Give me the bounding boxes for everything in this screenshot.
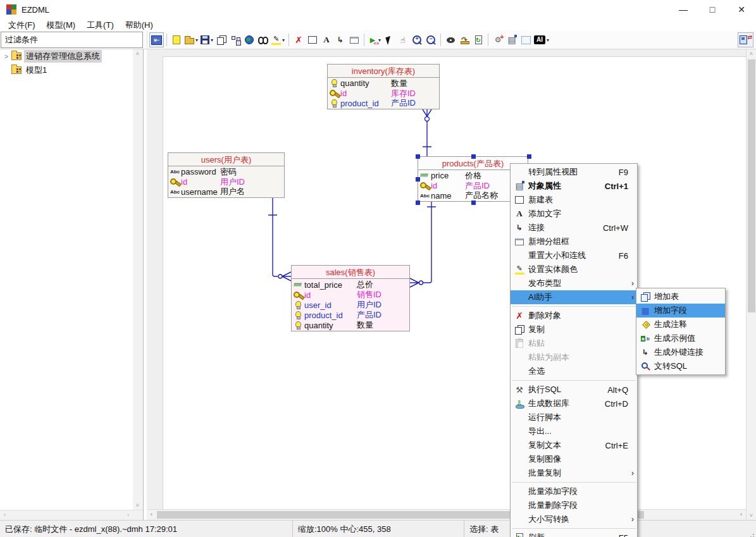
set-color-button[interactable]: ▾	[270, 32, 286, 47]
scrollbar-thumb[interactable]	[748, 59, 755, 312]
close-button[interactable]: ✕	[727, 0, 756, 19]
copy-model-button[interactable]	[214, 32, 228, 47]
entity-title[interactable]: sales(销售表)	[292, 266, 409, 279]
context-menu-item-generate-database[interactable]: 生成数据库Ctrl+D	[511, 397, 637, 410]
entity-field-row[interactable]: username用户名	[168, 187, 284, 197]
export-button[interactable]	[457, 32, 471, 47]
tree-horizontal-scrollbar[interactable]: ‹ ›	[0, 510, 143, 520]
context-menu-item-copy-image[interactable]: 复制图像	[511, 452, 637, 466]
run-sql-button[interactable]: ▾	[367, 32, 382, 47]
context-menu-item-connect[interactable]: 连接Ctrl+W	[511, 221, 637, 235]
add-field-button[interactable]	[491, 32, 505, 47]
selection-handle[interactable]	[471, 154, 476, 159]
model-tree-button[interactable]	[228, 32, 242, 47]
ai-submenu-item-gen-fk-connections[interactable]: 生成外键连接	[636, 345, 725, 359]
context-menu-item-delete-object[interactable]: 删除对象	[511, 309, 637, 323]
minimize-button[interactable]: —	[669, 0, 698, 19]
scroll-up-icon[interactable]: ˄	[133, 49, 142, 58]
select-cursor-button[interactable]	[382, 32, 396, 47]
tree-item-1[interactable]: 模型1	[0, 63, 143, 77]
context-menu-item-run-script[interactable]: 运行脚本	[511, 410, 637, 424]
find-button[interactable]	[256, 32, 270, 47]
add-text-button[interactable]	[319, 32, 333, 47]
entity-field-row[interactable]: password密码	[168, 167, 284, 177]
context-menu-item-reset-size-and-lines[interactable]: 重置大小和连线F6	[511, 249, 637, 262]
dropdown-arrow-icon[interactable]: ▾	[547, 37, 549, 43]
zoom-out-button[interactable]	[424, 32, 438, 47]
connector-inventory-products[interactable]	[423, 109, 431, 156]
context-menu-item-add-text[interactable]: 添加文字	[511, 207, 637, 221]
entity-users[interactable]: users(用户表)password密码id用户IDusername用户名	[168, 152, 285, 198]
sync-doc-button[interactable]	[471, 32, 485, 47]
delete-button[interactable]	[292, 32, 306, 47]
menubar-item-1[interactable]: 模型(M)	[41, 20, 82, 31]
entity-field-row[interactable]: product_id产品ID	[328, 98, 439, 108]
tree-expander-icon[interactable]: >	[3, 52, 10, 60]
context-menu-item-add-group-frame[interactable]: 新增分组框	[511, 235, 637, 249]
context-menu-item-select-all[interactable]: 全选	[511, 364, 637, 378]
entity-field-row[interactable]: id销售ID	[292, 290, 409, 300]
ai-submenu-item-add-table[interactable]: 增加表	[636, 290, 725, 304]
context-menu-item-exec-sql[interactable]: 执行SQLAlt+Q	[511, 383, 637, 397]
entity-field-row[interactable]: id用户ID	[168, 177, 284, 187]
connect-button[interactable]	[333, 32, 347, 47]
fit-screen-button[interactable]	[519, 32, 533, 47]
add-frame-button[interactable]	[347, 32, 361, 47]
context-menu-item-case-convert[interactable]: 大小写转换›	[511, 512, 637, 526]
pan-hand-button[interactable]	[396, 32, 410, 47]
selection-handle[interactable]	[471, 201, 476, 205]
zoom-in-button[interactable]	[410, 32, 424, 47]
entity-field-row[interactable]: quantity数量	[292, 320, 409, 330]
connector-products-sales[interactable]	[410, 202, 436, 287]
dropdown-arrow-icon[interactable]: ▾	[211, 37, 213, 43]
web-publish-button[interactable]	[242, 32, 256, 47]
scroll-left-icon[interactable]: ‹	[0, 510, 9, 519]
ai-submenu-item-gen-comments[interactable]: 生成注释	[636, 318, 725, 331]
toggle-tree-panel-button[interactable]	[149, 32, 164, 47]
object-props-button[interactable]	[505, 32, 519, 47]
context-menu-item-batch-delete-fields[interactable]: 批量删除字段	[511, 498, 637, 512]
selection-handle[interactable]	[416, 201, 420, 205]
ai-submenu-item-text-to-sql[interactable]: 文转SQL	[636, 359, 725, 373]
context-menu-item-copy-text[interactable]: 复制文本Ctrl+E	[511, 438, 637, 452]
tree-item-0[interactable]: >进销存管理信息系统	[0, 49, 143, 63]
entity-field-row[interactable]: user_id用户ID	[292, 300, 409, 310]
context-menu-item-set-entity-color[interactable]: 设置实体颜色	[511, 262, 637, 276]
connector-users-sales[interactable]	[268, 198, 291, 281]
canvas-horizontal-scrollbar[interactable]: ‹ ›	[147, 509, 746, 520]
context-menu-item-batch-copy[interactable]: 批量复制›	[511, 466, 637, 480]
menubar-item-3[interactable]: 帮助(H)	[120, 20, 159, 31]
scroll-up-icon[interactable]: ˄	[747, 49, 756, 58]
context-menu-item-goto-property-view[interactable]: 转到属性视图F9	[511, 165, 637, 179]
new-file-button[interactable]	[170, 32, 183, 47]
preview-button[interactable]	[443, 32, 457, 47]
context-menu-item-copy[interactable]: 复制	[511, 323, 637, 336]
tree-vertical-scrollbar[interactable]: ˄ ˅	[133, 49, 143, 510]
scroll-right-icon[interactable]: ›	[736, 510, 746, 519]
context-menu-item-ai-assistant[interactable]: AI助手›	[511, 290, 637, 304]
scroll-down-icon[interactable]: ˅	[133, 501, 142, 510]
entity-title[interactable]: users(用户表)	[168, 153, 284, 166]
new-table-button[interactable]	[306, 32, 319, 47]
menubar-item-0[interactable]: 文件(F)	[3, 20, 41, 31]
entity-field-row[interactable]: total_price总价	[292, 280, 409, 290]
scroll-down-icon[interactable]: ˅	[747, 511, 756, 520]
entity-field-row[interactable]: quantity数量	[328, 78, 439, 89]
scroll-right-icon[interactable]: ›	[123, 510, 133, 519]
entity-title[interactable]: inventory(库存表)	[328, 65, 439, 78]
selection-handle[interactable]	[416, 177, 420, 182]
open-file-button[interactable]: ▾	[183, 32, 199, 47]
switch-view-button[interactable]	[738, 32, 753, 47]
save-button[interactable]: ▾	[199, 32, 214, 47]
diagram-canvas[interactable]: inventory(库存表)quantity数量id库存IDproduct_id…	[147, 49, 746, 509]
entity-inventory[interactable]: inventory(库存表)quantity数量id库存IDproduct_id…	[327, 64, 440, 109]
dropdown-arrow-icon[interactable]: ▾	[282, 37, 285, 43]
canvas-vertical-scrollbar[interactable]: ˄ ˅	[746, 49, 756, 520]
selection-handle[interactable]	[416, 154, 420, 159]
filter-input[interactable]	[1, 32, 143, 48]
selection-handle[interactable]	[527, 154, 531, 159]
context-menu-item-refresh[interactable]: 刷新F5	[511, 531, 637, 537]
maximize-button[interactable]: □	[698, 0, 727, 19]
ai-assistant-button[interactable]: ▾	[533, 32, 550, 47]
ai-submenu-item-gen-sample-values[interactable]: 生成示例值	[636, 331, 725, 345]
